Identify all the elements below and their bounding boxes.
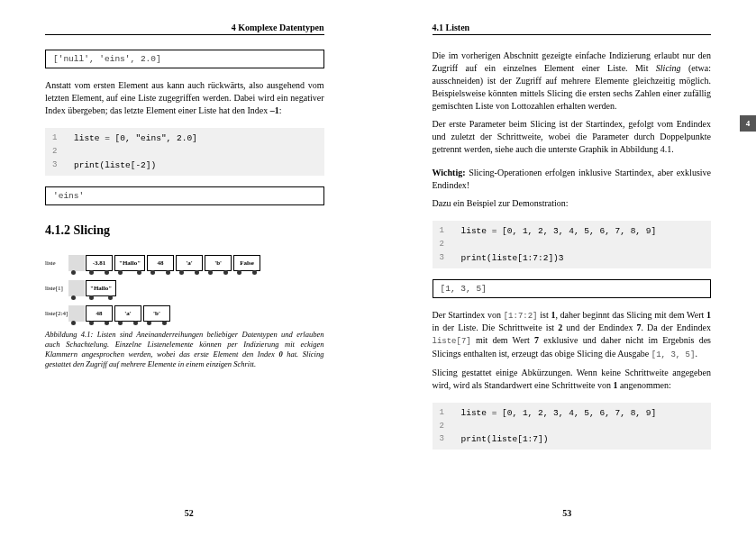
lineno: 3 <box>440 432 461 446</box>
truck-row-index: liste[1] "Hallo" <box>45 280 324 296</box>
figure-4-1: liste -3.81 "Hallo" 48 'a' 'b' False lis… <box>45 252 324 324</box>
paragraph: Dazu ein Beispiel zur Demonstration: <box>433 197 712 210</box>
page-number-left: 52 <box>185 508 194 518</box>
wagon: 'b' <box>205 255 232 271</box>
page-left: 4 Komplexe Datentypen ['null', 'eins', 2… <box>0 0 378 536</box>
output-box-3: [1, 3, 5] <box>433 279 712 298</box>
lineno: 2 <box>52 145 74 158</box>
text: mit dem Wert <box>471 335 534 345</box>
paragraph: Der Startindex von [1:7:2] ist 1, daher … <box>433 309 712 361</box>
page-right: 4.1 Listen Die im vorherigen Abschnitt g… <box>378 0 757 536</box>
code-listing-3: 1liste = [0, 1, 2, 3, 4, 5, 6, 7, 8, 9] … <box>433 403 712 450</box>
wagon: 48 <box>86 305 113 322</box>
code: print(liste[1:7]) <box>461 432 549 446</box>
index-value: –1 <box>270 105 279 115</box>
text: , daher beginnt das Slicing mit dem Wert <box>555 310 706 320</box>
output-box-1: ['null', 'eins', 2.0] <box>45 50 324 68</box>
text: und der Endindex <box>562 323 636 332</box>
code: print(liste[-2]) <box>74 159 156 172</box>
truck-label: liste <box>45 259 68 267</box>
truck-row-full: liste -3.81 "Hallo" 48 'a' 'b' False <box>45 255 324 271</box>
wagon: "Hallo" <box>114 255 145 271</box>
paragraph: Anstatt vom ersten Element aus kann auch… <box>45 79 324 117</box>
page-number-right: 53 <box>562 508 571 518</box>
wagon: 'a' <box>114 305 141 322</box>
text: . Da der Endindex <box>642 323 711 332</box>
inline-code: [1, 3, 5] <box>651 350 696 359</box>
wagon: False <box>233 255 260 271</box>
wagon: 'a' <box>176 255 203 271</box>
chapter-thumb-tab: 4 <box>740 115 756 132</box>
code: liste = [0, 1, 2, 3, 4, 5, 6, 7, 8, 9] <box>461 224 657 238</box>
wagon: "Hallo" <box>86 280 116 296</box>
text: Slicing-Operationen erfolgen inklusive S… <box>433 168 712 190</box>
figure-caption: Abbildung 4.1: Listen sind Aneinanderrei… <box>45 330 324 369</box>
lineno: 1 <box>52 132 74 145</box>
lineno: 3 <box>440 251 461 265</box>
paragraph: Die im vorherigen Abschnitt gezeigte ein… <box>433 50 712 113</box>
lineno: 2 <box>440 238 461 250</box>
text: : <box>279 105 282 115</box>
lineno: 2 <box>440 420 461 432</box>
text: Der Startindex von <box>433 310 504 320</box>
text: ist <box>538 310 551 320</box>
truck-cab-icon <box>68 305 85 322</box>
term-slicing: Slicing <box>656 63 681 73</box>
truck-label: liste[2:4] <box>45 310 68 317</box>
wagon: -3.81 <box>86 255 113 271</box>
text: angenommen: <box>618 380 671 390</box>
num: 1 <box>706 310 711 320</box>
truck-cab-icon <box>68 255 85 271</box>
code-listing-2: 1liste = [0, 1, 2, 3, 4, 5, 6, 7, 8, 9] … <box>433 221 712 268</box>
important-label: Wichtig: <box>433 168 466 177</box>
running-head-left: 4 Komplexe Datentypen <box>45 23 324 35</box>
code: liste = [0, 1, 2, 3, 4, 5, 6, 7, 8, 9] <box>461 406 657 420</box>
inline-code: liste[7] <box>433 337 471 346</box>
lineno: 3 <box>52 159 74 172</box>
lineno: 1 <box>440 406 461 420</box>
paragraph: Der erste Parameter beim Slicing ist der… <box>433 118 712 156</box>
code: liste = [0, "eins", 2.0] <box>74 132 197 145</box>
truck-row-slice: liste[2:4] 48 'a' 'b' <box>45 305 324 322</box>
code: print(liste[1:7:2])3 <box>461 251 564 265</box>
truck-label: liste[1] <box>45 285 68 292</box>
wagon: 48 <box>147 255 174 271</box>
running-head-right: 4.1 Listen <box>433 23 712 35</box>
text: Anstatt vom ersten Element aus kann auch… <box>45 80 324 115</box>
code-listing-1: 1liste = [0, "eins", 2.0] 2 3print(liste… <box>45 128 324 176</box>
output-box-2: 'eins' <box>45 186 324 205</box>
text: in der Liste. Die Schrittweite ist <box>433 323 559 332</box>
subsection-heading: 4.1.2 Slicing <box>45 223 324 238</box>
text: . <box>695 349 697 359</box>
paragraph-wichtig: Wichtig: Slicing-Operationen erfolgen in… <box>433 167 712 192</box>
truck-cab-icon <box>68 280 85 296</box>
lineno: 1 <box>440 224 461 238</box>
inline-code: [1:7:2] <box>504 312 538 321</box>
paragraph: Slicing gestattet einige Abkürzungen. We… <box>433 367 712 392</box>
wagon: 'b' <box>143 305 170 322</box>
